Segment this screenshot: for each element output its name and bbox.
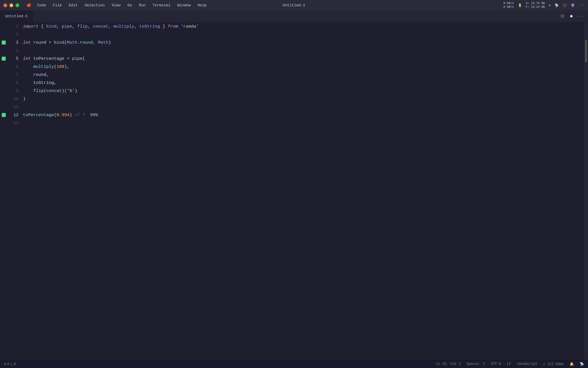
token: , — [54, 80, 57, 85]
token: ) — [75, 89, 77, 93]
warning-count: 0 — [14, 362, 16, 366]
token: ) — [69, 113, 75, 118]
token — [23, 72, 33, 77]
line-ending-indicator[interactable]: LF — [507, 362, 511, 366]
scrollbar[interactable] — [584, 22, 588, 360]
token: , — [134, 24, 139, 29]
line-number: 5 — [10, 56, 18, 61]
broadcast-icon[interactable]: 📡 — [580, 362, 584, 366]
token: bind — [54, 40, 64, 45]
breakpoint-indicator[interactable] — [2, 57, 6, 61]
token — [23, 64, 33, 69]
line-number: 7 — [10, 72, 18, 77]
code-line[interactable] — [23, 30, 584, 39]
breakpoint-indicator[interactable] — [2, 113, 6, 117]
timing-indicator: ✔ 212.99ms — [543, 362, 564, 366]
menu-edit[interactable]: Edit — [66, 3, 80, 8]
token: 99% — [90, 113, 98, 118]
line-number-row: 2 — [0, 30, 21, 39]
siri-icon: 🔮 — [571, 3, 575, 7]
line-number: 6 — [10, 64, 18, 69]
status-bar: ⊗ 0 △ 0 Ln 13, Col 1 Spaces: 2 UTF-8 LF … — [0, 360, 588, 368]
menu-terminal[interactable]: Terminal — [150, 3, 173, 8]
code-line[interactable] — [23, 47, 584, 55]
token: concat — [93, 24, 108, 29]
tab-untitled[interactable]: Untitled-1 — [0, 10, 33, 22]
disk-usage: U: 15.76 GBF: 16.24 GB — [526, 1, 545, 9]
code-line[interactable]: import { bind, pipe, flip, concat, multi… — [23, 22, 584, 30]
token: '%' — [67, 89, 75, 93]
line-number-row: 3 — [0, 39, 21, 47]
token: ( — [54, 64, 57, 69]
language-indicator[interactable]: JavaScript — [517, 362, 537, 366]
code-line[interactable]: toPercentage(0.994) // ? 99% — [23, 111, 584, 119]
token: round — [80, 40, 93, 45]
spaces-indicator[interactable]: Spaces: 2 — [467, 362, 485, 366]
menu-apple[interactable]: 🍎 — [24, 2, 34, 8]
code-line[interactable]: multiply(100), — [23, 63, 584, 71]
menu-window[interactable]: Window — [175, 3, 194, 8]
code-line[interactable]: flip(concat)('%') — [23, 87, 584, 95]
more-options-button[interactable]: ··· — [577, 13, 584, 20]
notification-icon[interactable]: 🔔 — [570, 362, 574, 366]
encoding-indicator[interactable]: UTF-8 — [491, 362, 501, 366]
errors-status[interactable]: ⊗ 0 △ 0 — [4, 362, 16, 366]
line-number: 3 — [10, 40, 18, 45]
line-number-row: 13 — [0, 119, 21, 127]
error-count: 0 — [7, 362, 9, 366]
scrollbar-thumb[interactable] — [585, 40, 587, 63]
code-line[interactable]: round, — [23, 71, 584, 79]
token: ( — [82, 56, 85, 61]
more-icon: ··· — [579, 3, 585, 7]
menu-selection[interactable]: Selection — [82, 3, 108, 8]
line-number: 10 — [10, 97, 18, 101]
token: , — [57, 24, 62, 29]
token: Math — [98, 40, 108, 45]
menu-go[interactable]: Go — [125, 3, 135, 8]
menu-help[interactable]: Help — [195, 3, 209, 8]
menu-code[interactable]: Code — [34, 3, 49, 8]
traffic-lights — [3, 3, 19, 7]
split-editor-button[interactable]: ⧉ — [559, 13, 566, 20]
token: 'ramda' — [181, 24, 199, 29]
breakpoint-indicator[interactable] — [2, 41, 6, 45]
line-number: 13 — [10, 121, 18, 125]
line-number-row: 10 — [0, 95, 21, 103]
tab-label: Untitled-1 — [5, 14, 28, 18]
token: , — [93, 40, 98, 45]
code-line[interactable]: let round = bind(Math.round, Math) — [23, 39, 584, 47]
menu-run[interactable]: Run — [136, 3, 148, 8]
token: toPercentage — [23, 113, 54, 118]
token: round = — [31, 40, 54, 45]
window-title: Untitled-1 — [283, 3, 305, 7]
token: ( — [64, 40, 67, 45]
token: ( — [44, 89, 46, 93]
minimize-button[interactable] — [9, 3, 13, 7]
token — [23, 89, 33, 93]
token: )( — [62, 89, 67, 93]
token: let — [23, 40, 31, 45]
token: } — [160, 24, 168, 29]
tab-actions: ⧉ ● ··· — [555, 10, 588, 22]
menu-file[interactable]: File — [50, 3, 65, 8]
code-line[interactable]: toString, — [23, 79, 584, 87]
line-number-row: 8 — [0, 79, 21, 87]
menu-view[interactable]: View — [109, 3, 123, 8]
token: pipe — [62, 24, 72, 29]
code-line[interactable]: ) — [23, 95, 584, 103]
token: // ? — [75, 113, 90, 118]
cursor-position[interactable]: Ln 13, Col 1 — [436, 362, 461, 366]
token: 0.994 — [57, 113, 69, 118]
token: let — [23, 56, 31, 61]
code-line[interactable]: let toPercentage = pipe( — [23, 55, 584, 63]
close-button[interactable] — [3, 3, 7, 7]
code-line[interactable] — [23, 103, 584, 111]
code-area[interactable]: import { bind, pipe, flip, concat, multi… — [21, 22, 584, 360]
error-icon: ⊗ — [4, 362, 6, 366]
line-number-row: 5 — [0, 55, 21, 63]
line-number-row: 6 — [0, 63, 21, 71]
code-line[interactable] — [23, 119, 584, 127]
tab-bar: Untitled-1 ⧉ ● ··· — [0, 10, 588, 22]
token: bind — [46, 24, 57, 29]
maximize-button[interactable] — [16, 3, 19, 7]
